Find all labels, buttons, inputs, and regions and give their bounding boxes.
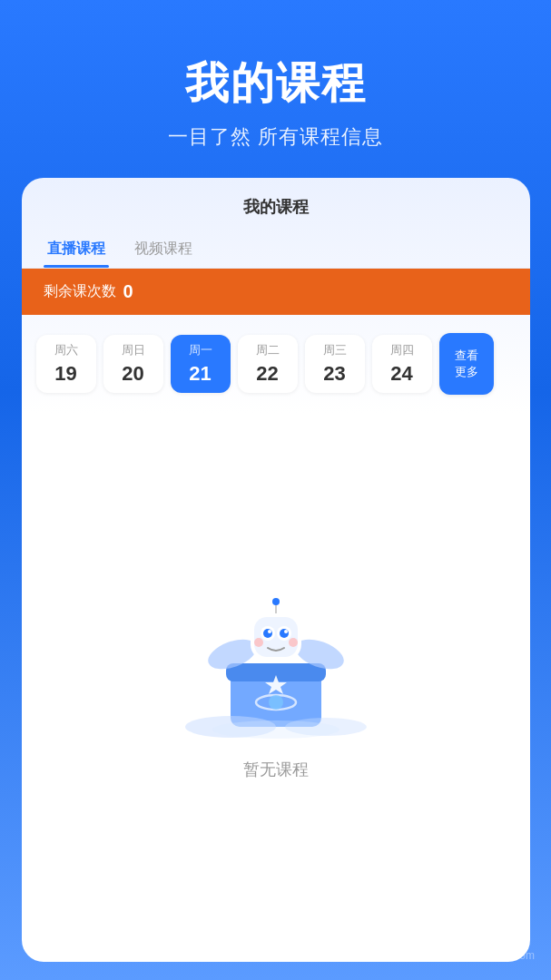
day-number-22: 22 bbox=[256, 362, 278, 386]
day-number-20: 20 bbox=[122, 362, 143, 386]
day-weekday-21: 周一 bbox=[189, 342, 212, 358]
view-more-label: 查看更多 bbox=[455, 348, 478, 380]
svg-point-13 bbox=[268, 630, 271, 633]
day-number-23: 23 bbox=[323, 362, 345, 386]
day-weekday-19: 周六 bbox=[54, 342, 78, 358]
svg-point-16 bbox=[289, 638, 298, 647]
calendar-row: 周六19周日20周一21周二22周三23周四24查看更多 bbox=[22, 315, 530, 404]
tab-video-course[interactable]: 视频课程 bbox=[131, 234, 196, 268]
svg-point-14 bbox=[284, 630, 288, 633]
tabs-row: 直播课程 视频课程 bbox=[22, 227, 530, 269]
day-weekday-23: 周三 bbox=[323, 342, 347, 358]
course-card: 我的课程 直播课程 视频课程 剩余课次数 0 周六19周日20周一21周二22周… bbox=[22, 178, 530, 962]
svg-point-15 bbox=[254, 638, 263, 647]
robot-illustration bbox=[176, 559, 376, 740]
empty-text: 暂无课程 bbox=[243, 759, 309, 780]
calendar-day-22[interactable]: 周二22 bbox=[238, 335, 298, 393]
remaining-count: 0 bbox=[123, 281, 133, 302]
day-weekday-22: 周二 bbox=[256, 342, 280, 358]
svg-point-11 bbox=[263, 629, 272, 638]
view-more-button[interactable]: 查看更多 bbox=[439, 333, 494, 395]
watermark-label: 微茶 WXCHA.com bbox=[446, 948, 535, 964]
card-title: 我的课程 bbox=[22, 178, 530, 227]
remaining-bar: 剩余课次数 0 bbox=[22, 269, 530, 315]
day-number-24: 24 bbox=[390, 362, 412, 386]
calendar-day-19[interactable]: 周六19 bbox=[36, 335, 96, 393]
calendar-day-20[interactable]: 周日20 bbox=[103, 335, 163, 393]
calendar-day-21[interactable]: 周一21 bbox=[171, 335, 231, 393]
sub-title: 一目了然 所有课程信息 bbox=[168, 123, 383, 151]
svg-point-4 bbox=[269, 695, 283, 710]
day-number-21: 21 bbox=[189, 362, 211, 386]
main-title: 我的课程 bbox=[185, 54, 367, 113]
header-section: 我的课程 一目了然 所有课程信息 bbox=[0, 0, 551, 178]
calendar-day-24[interactable]: 周四24 bbox=[372, 335, 432, 393]
day-weekday-24: 周四 bbox=[390, 342, 414, 358]
remaining-label: 剩余课次数 bbox=[44, 282, 116, 301]
svg-point-12 bbox=[280, 629, 289, 638]
tab-live-course[interactable]: 直播课程 bbox=[44, 234, 109, 268]
day-weekday-20: 周日 bbox=[122, 342, 145, 358]
calendar-day-23[interactable]: 周三23 bbox=[305, 335, 365, 393]
svg-point-18 bbox=[272, 598, 280, 605]
empty-section: 暂无课程 bbox=[22, 404, 530, 935]
watermark: 微茶 WXCHA.com bbox=[446, 948, 535, 964]
svg-point-21 bbox=[212, 720, 339, 739]
day-number-19: 19 bbox=[54, 362, 76, 386]
